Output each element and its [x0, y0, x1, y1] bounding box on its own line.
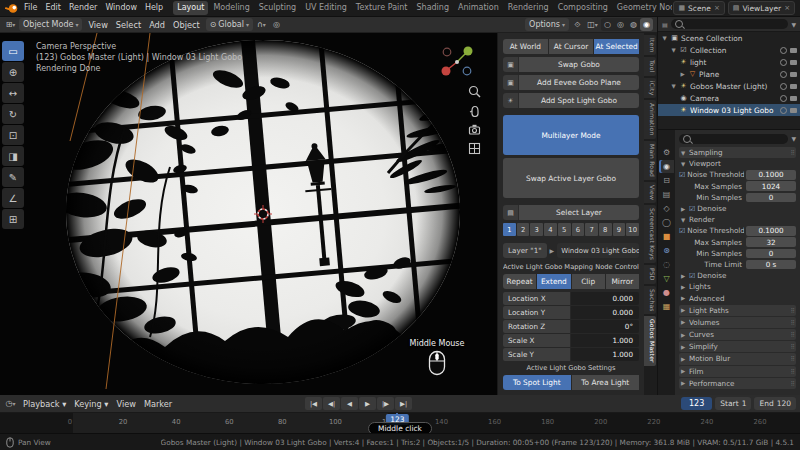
- expand-arrow-icon[interactable]: ▶: [679, 284, 687, 290]
- viewport-menu[interactable]: View: [84, 20, 111, 30]
- current-frame-field[interactable]: 123: [681, 397, 712, 410]
- physics-tab[interactable]: ◌: [659, 258, 674, 271]
- expand-arrow-icon[interactable]: ▶: [679, 368, 687, 374]
- workspace-tab[interactable]: Texture Paint: [352, 1, 412, 15]
- move-tool[interactable]: ↔: [2, 83, 24, 103]
- pan-hand-icon[interactable]: [468, 104, 481, 117]
- properties-row[interactable]: ▶ Performance ⠿: [679, 378, 796, 389]
- sidebar-tab[interactable]: Item: [644, 35, 656, 55]
- render-tab[interactable]: ◉: [659, 160, 674, 173]
- timeline-menu[interactable]: Playback ▾: [19, 399, 70, 409]
- output-tab[interactable]: ⊟: [659, 174, 674, 187]
- checkbox-icon[interactable]: ☑: [679, 227, 685, 235]
- placement-button[interactable]: At Selected: [594, 39, 639, 54]
- value-field[interactable]: 0: [746, 193, 796, 203]
- camera-view-icon[interactable]: [468, 123, 481, 136]
- viewport-menu[interactable]: Select: [112, 20, 145, 30]
- frame-end-field[interactable]: End120: [754, 397, 796, 410]
- toggle-perspective-grid-icon[interactable]: [468, 142, 481, 155]
- transform-orientation-selector[interactable]: ⊙ Global▾: [206, 18, 253, 31]
- sidebar-tab[interactable]: View: [644, 182, 656, 203]
- properties-row[interactable]: ▶ Volumes ⠿: [679, 317, 796, 328]
- value-field[interactable]: 0: [746, 249, 796, 259]
- value-field[interactable]: 0.1000: [746, 170, 796, 180]
- hide-viewport-icon[interactable]: [780, 59, 787, 66]
- placement-button[interactable]: At World: [503, 39, 548, 54]
- panel-grip-icon[interactable]: ⠿: [791, 368, 796, 375]
- layer-number-button[interactable]: 2: [517, 223, 530, 236]
- layer-number-button[interactable]: 6: [572, 223, 585, 236]
- solid-shading-icon[interactable]: ◎: [614, 18, 627, 31]
- placement-button[interactable]: At Cursor: [549, 39, 594, 54]
- world-tab[interactable]: ◯: [659, 216, 674, 229]
- rendered-shading-icon[interactable]: ◉: [640, 18, 653, 31]
- select-layer-button[interactable]: ▤ Select Layer: [503, 205, 639, 220]
- mapping-field-row[interactable]: Rotation Z 0°: [503, 320, 639, 333]
- checkbox-icon[interactable]: ☑: [689, 272, 695, 280]
- expand-arrow-icon[interactable]: ▼: [670, 47, 677, 53]
- extension-mode-button[interactable]: Mirror: [606, 274, 639, 289]
- panel-grip-icon[interactable]: ⠿: [791, 307, 796, 314]
- expand-arrow-icon[interactable]: ▶: [679, 71, 686, 77]
- light-target-button[interactable]: To Area Light: [572, 375, 640, 390]
- snap-magnet-icon[interactable]: ∩▾: [255, 18, 268, 31]
- mode-selector[interactable]: Object Mode▾: [19, 18, 82, 31]
- mapping-field-row[interactable]: Location Y 0.000: [503, 306, 639, 319]
- gobos-master-row[interactable]: ▼ ☀ Gobos Master (Light): [658, 80, 800, 92]
- properties-row[interactable]: ▶ Advanced: [679, 292, 796, 303]
- sidebar-tab[interactable]: Screencast Keys: [644, 205, 656, 263]
- properties-row[interactable]: Time Limit 0 s: [679, 259, 796, 270]
- play-reverse-button[interactable]: ◀: [341, 397, 358, 410]
- workspace-tab[interactable]: Compositing: [554, 1, 612, 15]
- overlays-toggle-icon[interactable]: ◫▾: [586, 18, 599, 31]
- annotate-tool[interactable]: ✎: [2, 167, 24, 187]
- workspace-tab[interactable]: Layout: [173, 1, 208, 15]
- layer-number-button[interactable]: 1: [503, 223, 516, 236]
- workspace-tab[interactable]: Modeling: [209, 1, 253, 15]
- options-dropdown[interactable]: Options▾: [525, 18, 569, 31]
- gobo-light-row[interactable]: ☀ Window 03 Light Gobo: [658, 104, 800, 116]
- jump-to-end-button[interactable]: ▶|: [395, 397, 412, 410]
- panel-grip-icon[interactable]: ⠿: [791, 149, 796, 156]
- expand-arrow-icon[interactable]: ▶: [679, 332, 687, 338]
- wireframe-shading-icon[interactable]: ○: [601, 18, 614, 31]
- timeline-menu[interactable]: Marker: [140, 399, 176, 409]
- properties-row[interactable]: ▼ Viewport: [679, 158, 796, 169]
- editor-type-icon[interactable]: ▤: [662, 21, 668, 28]
- panel-grip-icon[interactable]: ⠿: [791, 380, 796, 387]
- expand-arrow-icon[interactable]: ▶: [679, 206, 687, 212]
- extension-mode-button[interactable]: Clip: [572, 274, 605, 289]
- properties-row[interactable]: ▶ Lights: [679, 281, 796, 292]
- expand-arrow-icon[interactable]: ▶: [679, 295, 687, 301]
- properties-row[interactable]: ▼ Sampling ⠿: [679, 147, 796, 158]
- texture-tab[interactable]: ▦: [659, 300, 674, 313]
- expand-arrow-icon[interactable]: ▶: [679, 307, 687, 313]
- properties-row[interactable]: Max Samples 1024: [679, 181, 796, 192]
- modifiers-tab[interactable]: ⊛: [659, 244, 674, 257]
- cursor-tool[interactable]: ⊕: [2, 62, 24, 82]
- properties-row[interactable]: ▶ Curves ⠿: [679, 329, 796, 340]
- select-box-tool[interactable]: ▭: [2, 41, 24, 61]
- topbar-menu[interactable]: Edit: [41, 3, 65, 12]
- layer-number-button[interactable]: 8: [599, 223, 612, 236]
- expand-arrow-icon[interactable]: ▶: [679, 380, 687, 386]
- play-button[interactable]: ▶: [359, 397, 376, 410]
- expand-arrow-icon[interactable]: ▶: [679, 273, 687, 279]
- filter-icon[interactable]: ▼: [791, 21, 796, 28]
- scene-unlink-icon[interactable]: ×: [714, 4, 720, 12]
- material-tab[interactable]: ●: [659, 286, 674, 299]
- gobo-action-button[interactable]: ▣ Add Eevee Gobo Plane: [503, 75, 639, 90]
- plane-object-row[interactable]: ▶ ▽ Plane: [658, 68, 800, 80]
- timeline-menu[interactable]: View: [112, 399, 139, 409]
- panel-grip-icon[interactable]: ⠿: [791, 319, 796, 326]
- mapping-field-row[interactable]: Scale X 1.000: [503, 334, 639, 347]
- properties-row[interactable]: Min Samples 0: [679, 192, 796, 203]
- mapping-field-row[interactable]: Location X 0.000: [503, 292, 639, 305]
- expand-arrow-icon[interactable]: ▶: [679, 344, 687, 350]
- outliner-search[interactable]: [671, 19, 789, 29]
- tool-tab[interactable]: ⚙: [659, 146, 674, 159]
- scale-tool[interactable]: ⊡: [2, 125, 24, 145]
- expand-arrow-icon[interactable]: ▼: [670, 83, 677, 89]
- properties-row[interactable]: Max Samples 32: [679, 237, 796, 248]
- hide-viewport-icon[interactable]: [780, 83, 787, 90]
